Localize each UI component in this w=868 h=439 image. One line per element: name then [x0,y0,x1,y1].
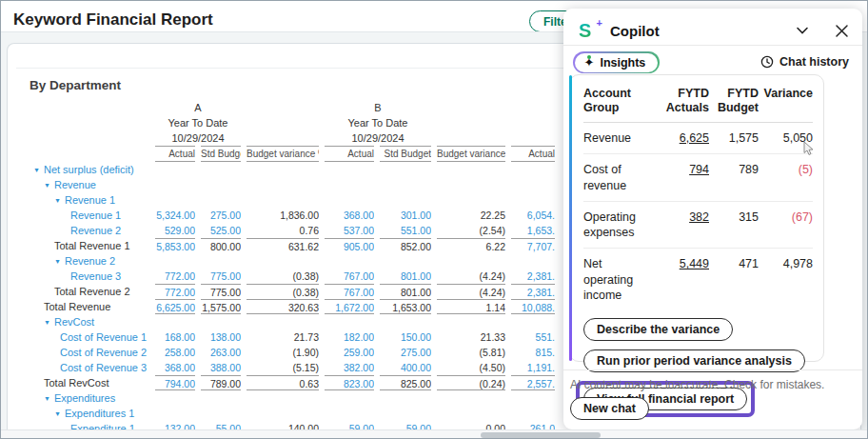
expand-collapse-icon[interactable]: ▼ [54,193,61,208]
expand-collapse-icon[interactable]: ▼ [44,391,50,406]
report-value-cell[interactable]: 368.00 [155,360,195,375]
report-row-label[interactable]: ▼Revenue 1 [16,192,149,208]
copilot-row-actuals[interactable]: 794 [652,154,709,201]
report-value-cell[interactable]: 801.00 [380,269,431,284]
copilot-row-actuals[interactable]: 6,625 [652,123,709,153]
clock-icon [760,55,774,69]
report-value-cell[interactable]: 263.00 [201,345,241,360]
report-value-cell[interactable]: 301.00 [380,208,431,223]
new-chat-button[interactable]: New chat [570,397,649,420]
actuals-drilldown-link[interactable]: 5,449 [680,257,709,270]
copilot-row-account-group: Revenue [583,123,652,153]
copilot-row-actuals[interactable]: 382 [652,202,709,249]
report-value-cell[interactable]: 150.00 [380,329,431,345]
report-value-cell [155,253,195,269]
report-value-cell [325,177,374,192]
report-row-label[interactable]: ▼RevCost [16,314,149,329]
report-value-cell[interactable]: 6,054. [511,208,555,223]
report-row-label[interactable]: Revenue 1 [16,208,149,223]
report-value-cell[interactable]: 6,625.00 [155,299,195,314]
report-row-label: Total Revenue [16,299,149,314]
report-row-label[interactable]: ▼Revenue 2 [16,253,149,269]
close-panel-button[interactable] [833,22,851,40]
action-describe-the-variance[interactable]: Describe the variance [583,318,733,341]
report-value-cell[interactable]: 767.00 [325,284,374,299]
report-value-cell[interactable]: 551. [511,329,555,345]
report-value-cell: (0.24) [437,375,505,390]
horizontal-scrollbar-thumb[interactable] [481,432,601,438]
report-row-label[interactable]: ▼Expenditures 1 [16,406,149,421]
actuals-drilldown-link[interactable]: 382 [689,210,709,224]
report-value-cell[interactable]: 138.00 [201,329,241,345]
report-value-cell[interactable]: 2,381. [511,269,555,284]
report-value-cell: 22.25 [437,208,505,223]
chat-history-button[interactable]: Chat history [760,55,849,69]
report-row-label[interactable]: Revenue 3 [16,269,149,284]
report-value-cell: (2.54) [437,223,505,238]
report-value-cell [511,390,555,406]
report-value-cell [380,390,431,406]
report-value-cell[interactable]: 5,853.00 [155,238,195,253]
report-value-cell [247,406,319,421]
report-value-cell[interactable]: 388.00 [201,360,241,375]
report-value-cell: 1,575.00 [201,299,241,314]
report-value-cell[interactable]: 529.00 [155,223,195,238]
report-value-cell[interactable]: 2,557. [511,375,555,390]
report-value-cell[interactable]: 767.00 [325,269,374,284]
report-value-cell[interactable]: 537.00 [325,223,374,238]
report-value-cell[interactable]: 5,324.00 [155,208,195,223]
expand-collapse-icon[interactable]: ▼ [44,178,50,192]
expand-collapse-icon[interactable]: ▼ [33,163,40,177]
report-value-cell[interactable]: 823.00 [325,375,374,390]
report-value-cell[interactable]: 382.00 [325,360,374,375]
report-value-cell[interactable]: 775.00 [201,269,241,284]
report-value-cell[interactable]: 10,088. [511,299,555,314]
report-value-cell[interactable]: 794.00 [155,375,195,390]
report-row-label[interactable]: ▼Net surplus (deficit) [16,162,149,177]
report-value-cell[interactable]: 772.00 [155,269,195,284]
report-value-cell[interactable]: 905.00 [325,238,374,253]
report-value-cell[interactable]: 258.00 [155,345,195,360]
report-value-cell[interactable]: 275.00 [201,208,241,223]
report-value-cell [155,192,195,208]
report-value-cell[interactable]: 168.00 [155,329,195,345]
report-value-cell[interactable]: 275.00 [380,345,431,360]
report-value-cell: 801.00 [380,284,431,299]
report-value-cell [201,162,241,177]
financial-report-table: ABYear To DateYear To Date10/29/202410/2… [16,100,555,436]
report-value-cell: 789.00 [201,375,241,390]
report-value-cell[interactable]: 182.00 [325,329,374,345]
collapse-panel-button[interactable] [793,21,812,40]
report-value-cell[interactable]: 551.00 [380,223,431,238]
report-row-label[interactable]: Revenue 2 [16,223,149,238]
report-value-cell[interactable]: 2,381. [511,284,555,299]
report-value-cell[interactable]: 259.00 [325,345,374,360]
report-value-cell: (4.24) [437,284,505,299]
report-row-label[interactable]: Cost of Revenue 2 [16,345,149,360]
report-value-cell[interactable]: 368.00 [325,208,374,223]
expand-collapse-icon[interactable]: ▼ [54,407,61,421]
report-value-cell[interactable]: 7,707. [511,238,555,253]
report-value-cell[interactable]: 772.00 [155,284,195,299]
report-row-label[interactable]: ▼Revenue [16,177,149,192]
row-label-spacer [16,115,149,130]
report-value-cell [247,177,319,192]
spacer [437,130,555,146]
report-row-label[interactable]: Cost of Revenue 3 [16,360,149,375]
report-row-label[interactable]: Cost of Revenue 1 [16,329,149,345]
actuals-drilldown-link[interactable]: 6,625 [680,131,709,145]
report-value-cell[interactable]: 1,191. [511,360,555,375]
report-value-cell[interactable]: 815. [511,345,555,360]
report-row-label[interactable]: ▼Expenditures [16,390,149,406]
report-value-cell[interactable]: 400.00 [380,360,431,375]
actuals-drilldown-link[interactable]: 794 [689,163,709,176]
expand-collapse-icon[interactable]: ▼ [44,315,50,329]
insights-tab[interactable]: ✦ Insights [575,53,659,72]
report-value-cell[interactable]: 1,672.00 [325,299,374,314]
copilot-row-actuals[interactable]: 5,449 [652,249,709,310]
copilot-row-account-group: Cost of revenue [583,154,652,201]
expand-collapse-icon[interactable]: ▼ [54,254,61,269]
copilot-footer-divider [563,369,862,370]
report-value-cell[interactable]: 1,653. [511,223,555,238]
report-value-cell[interactable]: 525.00 [201,223,241,238]
